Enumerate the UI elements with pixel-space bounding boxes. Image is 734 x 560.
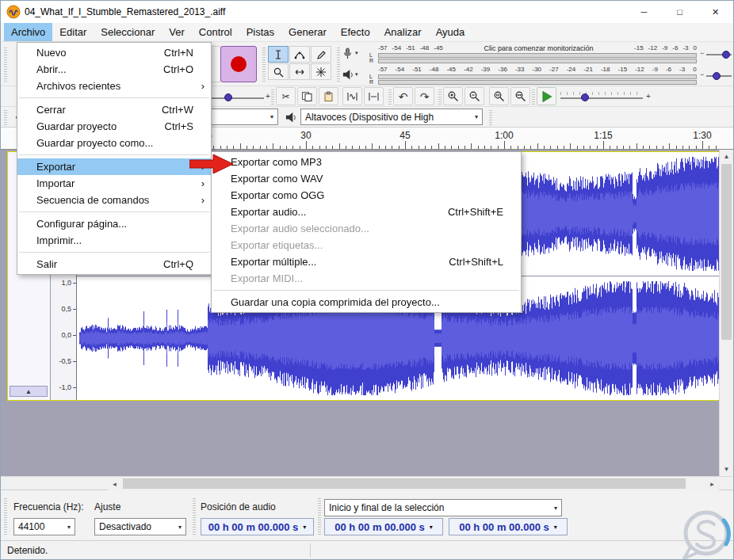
dropdown-arrow-icon: ▾ (267, 113, 273, 120)
toolbar-grip[interactable] (4, 497, 7, 535)
toolbar-grip[interactable] (4, 47, 7, 82)
selection-mode-value: Inicio y final de la selección (329, 502, 444, 513)
toolbar-grip[interactable] (271, 89, 274, 105)
meter-dropdown-icon[interactable]: ▾ (355, 71, 358, 78)
fit-selection-icon (493, 90, 505, 102)
selection-start-field[interactable]: 00 h 00 m 00.000 s ▾ (324, 518, 443, 535)
audio-position-field[interactable]: 00 h 00 m 00.000 s ▾ (201, 518, 314, 535)
menu-item-configurar-pagina[interactable]: Configurar página... (17, 215, 211, 232)
scrollbar-thumb[interactable] (721, 164, 732, 340)
toolbar-grip[interactable] (318, 497, 321, 535)
menu-item-guardar-proyecto-como[interactable]: Guardar proyecto como... (17, 135, 211, 151)
menubar-item-efecto[interactable]: Efecto (334, 23, 377, 41)
toolbar-grip[interactable] (4, 109, 7, 125)
menu-item-importar[interactable]: Importar› (17, 175, 211, 192)
horizontal-scrollbar[interactable]: ◂ ▸ (108, 477, 719, 490)
menu-item-exportar-audio[interactable]: Exportar audio...Ctrl+Shift+E (212, 204, 521, 220)
dropdown-arrow-icon: ▾ (554, 524, 557, 531)
menu-item-archivos-recientes[interactable]: Archivos recientes› (17, 78, 211, 94)
selection-end-field[interactable]: 00 h 00 m 00.000 s ▾ (449, 518, 568, 535)
toolbar-grip[interactable] (193, 497, 196, 535)
envelope-tool-button[interactable] (289, 46, 310, 63)
playback-speed-slider[interactable] (560, 97, 643, 99)
menu-item-abrir[interactable]: Abrir...Ctrl+O (17, 61, 211, 78)
menu-item-exportar-como-mp3[interactable]: Exportar como MP3 (212, 154, 521, 170)
menubar-item-generar[interactable]: Generar (281, 23, 334, 41)
menu-item-shortcut: Ctrl+Q (163, 256, 205, 272)
menu-item-exportar-multiple[interactable]: Exportar múltiple...Ctrl+Shift+L (212, 253, 521, 270)
toolbar-grip[interactable] (532, 89, 535, 105)
menubar-item-archivo[interactable]: Archivo (4, 23, 52, 41)
menu-item-exportar-como-ogg[interactable]: Exportar como OGG (212, 187, 521, 204)
draw-tool-button[interactable] (311, 46, 331, 63)
menubar-item-control[interactable]: Control (192, 23, 239, 41)
zoom-tool-button[interactable] (268, 63, 289, 80)
mixer-slider[interactable] (207, 97, 264, 99)
speaker-icon (285, 112, 296, 124)
scroll-down-button[interactable]: ▼ (720, 463, 733, 476)
redo-button[interactable]: ↷ (415, 87, 434, 105)
zoom-in-button[interactable] (443, 87, 463, 105)
toolbar-grip[interactable] (388, 89, 392, 105)
menubar-item-analizar[interactable]: Analizar (377, 23, 429, 41)
menubar-item-seleccionar[interactable]: Seleccionar (94, 23, 162, 41)
copy-button[interactable] (297, 87, 317, 105)
zoom-out-button[interactable] (464, 87, 484, 105)
menubar-item-pistas[interactable]: Pistas (239, 23, 281, 41)
meter-dropdown-icon[interactable]: ▾ (355, 50, 358, 56)
menu-item-guardar-una-copia-comprimida-del-proyecto[interactable]: Guardar una copia comprimida del proyect… (212, 294, 521, 310)
minimize-button[interactable]: ─ (626, 1, 662, 23)
fit-selection-button[interactable] (489, 87, 509, 105)
file-menu: NuevoCtrl+NAbrir...Ctrl+OArchivos recien… (17, 42, 212, 275)
menu-item-salir[interactable]: SalirCtrl+Q (17, 256, 211, 272)
fit-project-button[interactable] (510, 87, 530, 105)
menubar-item-ver[interactable]: Ver (162, 23, 192, 41)
multi-tool-button[interactable] (311, 63, 331, 80)
scrollbar-thumb[interactable] (123, 478, 686, 489)
sample-rate-combo[interactable]: 44100 ▾ (13, 518, 75, 535)
slider-thumb[interactable] (713, 72, 721, 80)
pencil-icon (315, 49, 327, 60)
undo-button[interactable]: ↶ (393, 87, 413, 105)
menu-item-guardar-proyecto[interactable]: Guardar proyectoCtrl+S (17, 118, 211, 135)
timeshift-tool-button[interactable] (289, 63, 310, 80)
menu-item-exportar[interactable]: Exportar› (17, 158, 211, 175)
scroll-up-button[interactable]: ▲ (720, 150, 733, 163)
dropdown-arrow-icon: ▾ (430, 524, 433, 531)
menu-item-imprimir[interactable]: Imprimir... (17, 232, 211, 249)
toolbar-grip[interactable] (262, 47, 266, 82)
slider-thumb[interactable] (722, 51, 730, 59)
paste-button[interactable] (319, 87, 338, 105)
menu-item-cerrar[interactable]: CerrarCtrl+W (17, 101, 211, 118)
menu-item-nuevo[interactable]: NuevoCtrl+N (17, 44, 211, 61)
menubar-item-editar[interactable]: Editar (52, 23, 94, 41)
menubar-item-ayuda[interactable]: Ayuda (429, 23, 472, 41)
toolbar-grip[interactable] (438, 89, 442, 105)
slider-thumb[interactable] (581, 93, 589, 101)
menu-item-exportar-etiquetas: Exportar etiquetas... (212, 237, 521, 253)
recording-meter[interactable]: ▾ LR -57-54-51-48-45 Clic para comenzar … (342, 44, 698, 64)
maximize-button[interactable]: □ (662, 1, 698, 23)
toolbar-grip[interactable] (489, 109, 492, 125)
toolbar-grip[interactable] (337, 47, 340, 82)
snap-to-combo[interactable]: Desactivado ▾ (94, 518, 186, 535)
selection-tool-button[interactable] (268, 46, 289, 63)
menu-item-secuencia-de-comandos[interactable]: Secuencia de comandos› (17, 192, 211, 208)
scroll-right-button[interactable]: ▸ (705, 477, 719, 490)
silence-audio-button[interactable] (364, 87, 384, 105)
cut-button[interactable]: ✂ (276, 87, 296, 105)
selection-mode-combo[interactable]: Inicio y final de la selección ▾ (324, 499, 562, 516)
slider-thumb[interactable] (224, 93, 232, 101)
vertical-scrollbar[interactable]: ▲ ▼ (719, 150, 733, 476)
trim-audio-button[interactable] (342, 87, 362, 105)
playback-meter[interactable]: ▾ LR -57-54-51-48-45-42-39-36-33-30-27-2… (342, 65, 698, 86)
close-button[interactable]: ✕ (698, 1, 733, 23)
menu-item-shortcut: Ctrl+O (163, 61, 205, 78)
menu-item-exportar-como-wav[interactable]: Exportar como WAV (212, 170, 521, 187)
playback-device-combo[interactable]: Altavoces (Dispositivo de High ▾ (300, 109, 483, 125)
play-at-speed-button[interactable] (537, 87, 556, 105)
record-button[interactable] (220, 46, 257, 82)
monitoring-hint[interactable]: Clic para comenzar monitorización (484, 44, 593, 52)
scroll-left-button[interactable]: ◂ (108, 477, 121, 490)
track-collapse-button[interactable]: ▲ (10, 386, 48, 397)
